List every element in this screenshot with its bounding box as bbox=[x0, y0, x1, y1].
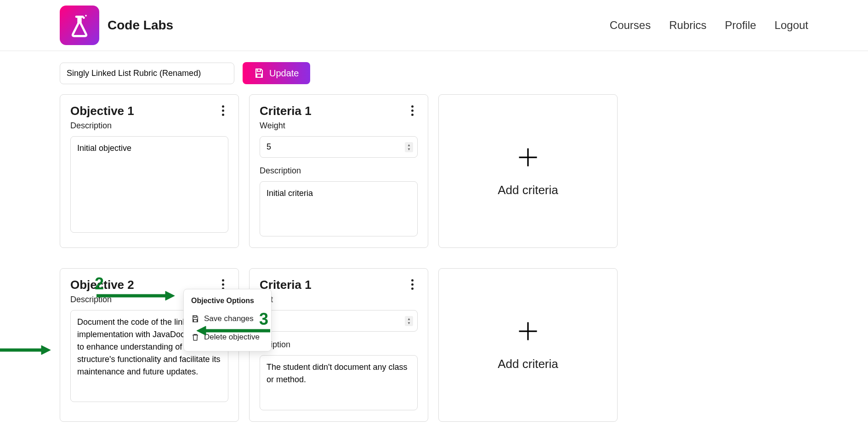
criteria-1-1-title: Criteria 1 bbox=[260, 104, 312, 118]
criteria-2-1-card: Criteria 1 ight ▲▼ scription bbox=[249, 268, 428, 422]
row-1: Objective 1 Description Criteria 1 Weigh… bbox=[60, 94, 808, 248]
objective-1-desc-label: Description bbox=[70, 121, 228, 131]
add-criteria-2-label: Add criteria bbox=[498, 357, 558, 371]
nav-profile[interactable]: Profile bbox=[725, 19, 756, 32]
add-criteria-2[interactable]: Add criteria bbox=[438, 268, 618, 422]
criteria-2-1-weight-label: ight bbox=[260, 295, 418, 305]
stepper-icon[interactable]: ▲▼ bbox=[405, 142, 413, 152]
criteria-2-1-weight-input[interactable] bbox=[260, 310, 418, 332]
brand-name: Code Labs bbox=[108, 18, 173, 33]
svg-point-0 bbox=[83, 17, 85, 19]
criteria-2-1-menu-icon[interactable] bbox=[407, 278, 418, 291]
rows: Objective 1 Description Criteria 1 Weigh… bbox=[60, 94, 808, 422]
logo bbox=[60, 6, 99, 45]
nav-links: Courses Rubrics Profile Logout bbox=[610, 19, 808, 32]
objective-1-card: Objective 1 Description bbox=[60, 94, 239, 248]
update-label: Update bbox=[269, 68, 299, 79]
criteria-1-1-weight-label: Weight bbox=[260, 121, 418, 131]
add-criteria-1-label: Add criteria bbox=[498, 183, 558, 197]
objective-options-popup: Objective Options Save changes Delete ob… bbox=[183, 289, 272, 351]
criteria-1-1-card: Criteria 1 Weight ▲▼ Description bbox=[249, 94, 428, 248]
main-container: Update Objective 1 Description Criteria … bbox=[0, 51, 868, 431]
criteria-1-1-weight-input[interactable] bbox=[260, 136, 418, 158]
topbar: Code Labs Courses Rubrics Profile Logout bbox=[0, 0, 868, 51]
plus-icon bbox=[516, 145, 540, 169]
criteria-1-1-menu-icon[interactable] bbox=[407, 104, 418, 117]
popup-title: Objective Options bbox=[184, 294, 271, 310]
nav-rubrics[interactable]: Rubrics bbox=[669, 19, 706, 32]
objective-1-title: Objective 1 bbox=[70, 104, 134, 118]
svg-point-1 bbox=[85, 15, 87, 17]
popup-delete-label: Delete objective bbox=[204, 333, 260, 342]
popup-delete-objective[interactable]: Delete objective bbox=[184, 328, 271, 346]
save-icon bbox=[191, 315, 199, 323]
flask-icon bbox=[67, 12, 92, 38]
popup-save-label: Save changes bbox=[204, 314, 254, 323]
criteria-1-1-desc-input[interactable] bbox=[260, 181, 418, 236]
rubric-name-input[interactable] bbox=[60, 63, 234, 84]
update-button[interactable]: Update bbox=[243, 62, 310, 84]
rubric-header-row: Update bbox=[60, 62, 808, 84]
criteria-2-1-desc-label: scription bbox=[260, 340, 418, 350]
brand: Code Labs bbox=[60, 6, 173, 45]
save-icon bbox=[254, 68, 265, 79]
row-2: Objective 2 Description Objective Option… bbox=[60, 268, 808, 422]
trash-icon bbox=[191, 333, 199, 341]
objective-2-title: Objective 2 bbox=[70, 278, 134, 292]
objective-2-card: Objective 2 Description Objective Option… bbox=[60, 268, 239, 422]
objective-1-menu-icon[interactable] bbox=[217, 104, 228, 117]
stepper-icon[interactable]: ▲▼ bbox=[405, 316, 413, 326]
criteria-2-1-desc-input[interactable] bbox=[260, 355, 418, 410]
annotation-1-arrow bbox=[0, 345, 51, 356]
add-criteria-1[interactable]: Add criteria bbox=[438, 94, 618, 248]
popup-save-changes[interactable]: Save changes bbox=[184, 310, 271, 328]
plus-icon bbox=[516, 319, 540, 343]
svg-marker-3 bbox=[41, 345, 51, 355]
nav-courses[interactable]: Courses bbox=[610, 19, 651, 32]
nav-logout[interactable]: Logout bbox=[775, 19, 808, 32]
criteria-1-1-desc-label: Description bbox=[260, 166, 418, 176]
objective-1-desc-input[interactable] bbox=[70, 136, 228, 233]
